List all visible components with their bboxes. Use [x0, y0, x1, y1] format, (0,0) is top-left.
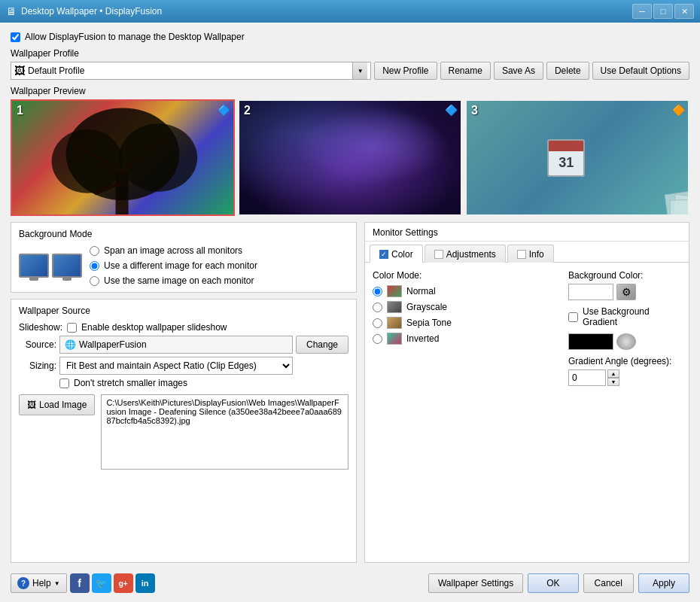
color-tab-content: Color Mode: Normal	[365, 263, 689, 562]
load-image-button[interactable]: 🖼 Load Image	[19, 394, 95, 415]
load-image-icon: 🖼	[27, 400, 36, 410]
background-mode-section: Background Mode Span an image across all…	[11, 222, 357, 293]
slideshow-row: Slideshow: Enable desktop wallpaper slid…	[19, 322, 348, 333]
footer: ? Help ▼ f 🐦 g+ in Wallpaper Settings OK…	[11, 569, 689, 593]
footer-left: ? Help ▼ f 🐦 g+ in	[11, 573, 155, 593]
gradient-swatch-row	[568, 333, 681, 350]
change-source-button[interactable]: Change	[296, 336, 348, 354]
use-default-button[interactable]: Use Default Options	[592, 62, 689, 80]
right-panel: Monitor Settings ✓ Color Adjustments Inf…	[364, 222, 689, 563]
monitor-preview-3[interactable]: 31 3 🔶	[465, 99, 689, 216]
bg-mode-different-radio[interactable]	[90, 261, 99, 271]
manage-checkbox[interactable]	[11, 32, 20, 42]
svg-point-3	[119, 123, 197, 192]
profile-name: Default Profile	[28, 65, 349, 76]
tabs-bar: ✓ Color Adjustments Info	[365, 242, 689, 263]
monitor-preview-1[interactable]: 1 🔷	[11, 99, 235, 216]
footer-right: Wallpaper Settings OK Cancel Apply	[428, 573, 689, 593]
maximize-button[interactable]: □	[653, 4, 673, 19]
help-button[interactable]: ? Help ▼	[11, 573, 67, 593]
bg-mode-span[interactable]: Span an image across all monitors	[90, 245, 257, 256]
tab-info[interactable]: Info	[507, 245, 554, 263]
slideshow-label: Enable desktop wallpaper slideshow	[81, 322, 227, 333]
tab-adjustments[interactable]: Adjustments	[425, 245, 506, 263]
gradient-color-swatch[interactable]	[568, 333, 613, 350]
space-overlay	[239, 101, 461, 214]
monitor-illus-1	[19, 254, 49, 278]
apply-button[interactable]: Apply	[638, 573, 689, 593]
bg-mode-same[interactable]: Use the same image on each monitor	[90, 275, 257, 286]
gradient-angle-input[interactable]	[568, 369, 606, 386]
bottom-area: Background Mode Span an image across all…	[11, 222, 689, 563]
dont-stretch-checkbox[interactable]	[59, 379, 69, 388]
bg-color-area: Background Color: ⚙ Use Background Gradi…	[568, 270, 681, 386]
source-section-title: Wallpaper Source	[19, 306, 348, 316]
new-profile-button[interactable]: New Profile	[374, 62, 437, 80]
save-as-button[interactable]: Save As	[494, 62, 543, 80]
dont-stretch-row: Don't stretch smaller images	[59, 378, 348, 388]
slideshow-label-prefix: Slideshow:	[19, 322, 62, 333]
tab-info-label: Info	[529, 249, 544, 260]
rename-button[interactable]: Rename	[440, 62, 491, 80]
color-mode-area: Color Mode: Normal	[373, 270, 553, 386]
help-dropdown-arrow: ▼	[54, 580, 60, 587]
bg-mode-different[interactable]: Use a different image for each monitor	[90, 260, 257, 271]
window-body: Allow DisplayFusion to manage the Deskto…	[0, 23, 700, 602]
gradient-checkbox-row: Use Background Gradient	[568, 306, 681, 327]
sizing-label: Sizing:	[19, 360, 56, 371]
ok-button[interactable]: OK	[528, 573, 578, 593]
color-mode-grayscale[interactable]: Grayscale	[373, 301, 553, 313]
angle-down-button[interactable]: ▼	[607, 378, 619, 386]
sepia-thumb	[387, 317, 402, 329]
monitor-settings-wrap: Monitor Settings ✓ Color Adjustments Inf…	[364, 222, 689, 563]
monitor-3-inner: 31 3 🔶	[467, 101, 688, 214]
monitor-1-inner: 1 🔷	[12, 101, 233, 214]
color-mode-inverted-radio[interactable]	[373, 334, 382, 344]
cancel-button[interactable]: Cancel	[583, 573, 634, 593]
bg-mode-same-radio[interactable]	[90, 276, 99, 286]
calendar-icon: 31	[547, 139, 585, 177]
color-mode-sepia-label: Sepia Tone	[406, 318, 452, 328]
color-mode-sepia[interactable]: Sepia Tone	[373, 317, 553, 329]
color-picker-button[interactable]: ⚙	[616, 284, 636, 300]
angle-up-button[interactable]: ▲	[607, 369, 619, 378]
color-mode-grayscale-radio[interactable]	[373, 303, 382, 312]
linkedin-icon[interactable]: in	[135, 573, 155, 593]
profile-section-label: Wallpaper Profile	[11, 48, 689, 59]
close-button[interactable]: ✕	[674, 4, 694, 19]
monitor-illustration	[19, 245, 82, 286]
monitor-1-corner-icon: 🔷	[218, 104, 230, 116]
preview-monitors: 1 🔷 2 🔷 31	[11, 99, 689, 216]
manage-checkbox-row: Allow DisplayFusion to manage the Deskto…	[11, 32, 689, 42]
adjustments-tab-checkbox-icon	[434, 250, 443, 259]
bg-mode-span-radio[interactable]	[90, 246, 99, 256]
gradient-picker-button[interactable]	[616, 333, 636, 350]
profile-dropdown[interactable]: 🖼 Default Profile ▼	[11, 62, 371, 80]
minimize-button[interactable]: ─	[632, 4, 652, 19]
sizing-select[interactable]: Fit Best and maintain Aspect Ratio (Clip…	[59, 357, 293, 375]
gradient-label: Use Background Gradient	[583, 306, 681, 327]
twitter-icon[interactable]: 🐦	[92, 573, 111, 593]
paper-3	[669, 199, 688, 214]
gradient-angle-row: ▲ ▼	[568, 369, 681, 386]
profile-select-wrap: 🖼 Default Profile ▼	[11, 62, 371, 80]
normal-thumb	[387, 285, 402, 297]
slideshow-checkbox[interactable]	[67, 323, 77, 333]
gradient-checkbox[interactable]	[568, 312, 578, 322]
bg-color-swatch[interactable]	[568, 284, 613, 300]
monitor-preview-2[interactable]: 2 🔷	[238, 99, 462, 216]
color-mode-inverted[interactable]: Inverted	[373, 333, 553, 345]
color-mode-sepia-radio[interactable]	[373, 318, 382, 328]
color-picker-icon: ⚙	[622, 286, 632, 298]
delete-button[interactable]: Delete	[546, 62, 589, 80]
source-icon: 🌐	[65, 339, 76, 350]
facebook-icon[interactable]: f	[70, 573, 90, 593]
wallpaper-source-section: Wallpaper Source Slideshow: Enable deskt…	[11, 299, 357, 563]
monitor-illus-2	[52, 254, 82, 278]
inverted-thumb	[387, 333, 402, 345]
wallpaper-settings-button[interactable]: Wallpaper Settings	[428, 573, 523, 593]
color-mode-normal-radio[interactable]	[373, 287, 382, 296]
gplus-icon[interactable]: g+	[114, 573, 133, 593]
tab-color[interactable]: ✓ Color	[370, 245, 423, 263]
color-mode-normal[interactable]: Normal	[373, 285, 553, 297]
